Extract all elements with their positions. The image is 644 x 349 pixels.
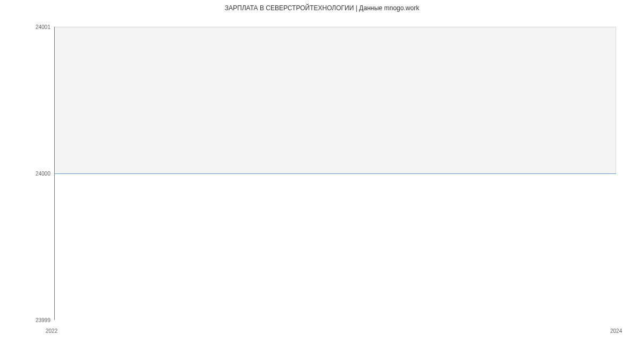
plot-background-lower [54, 173, 616, 320]
plot-area [54, 27, 616, 320]
data-line [54, 173, 616, 174]
plot-background-upper [54, 27, 616, 173]
salary-chart: ЗАРПЛАТА В СЕВЕРСТРОЙТЕХНОЛОГИИ | Данные… [0, 0, 644, 349]
x-tick-label: 2022 [46, 328, 57, 334]
x-tick-label: 2024 [610, 328, 622, 334]
y-tick-label: 23999 [35, 317, 50, 323]
y-tick-label: 24001 [35, 24, 50, 30]
chart-title: ЗАРПЛАТА В СЕВЕРСТРОЙТЕХНОЛОГИИ | Данные… [0, 4, 644, 12]
y-tick-label: 24000 [35, 171, 50, 177]
